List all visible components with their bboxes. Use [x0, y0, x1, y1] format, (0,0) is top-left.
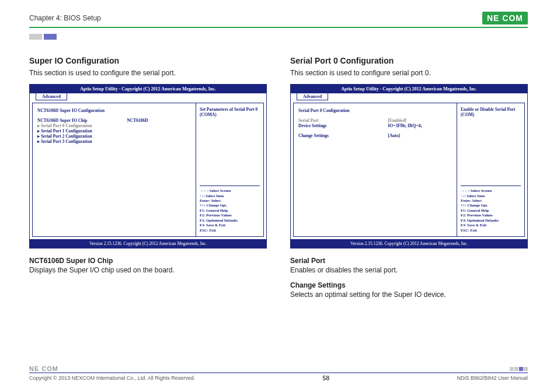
- section-desc: This section is used to configure the se…: [29, 69, 267, 77]
- bios-key-help: →←: Select Screen ↑↓: Select Item Enter:…: [461, 186, 521, 233]
- bios-tab-advanced: Advanced: [297, 93, 328, 100]
- bios-main-panel: Serial Port 0 Configuration Serial Port[…: [294, 103, 457, 236]
- bios-chip-value: NCT6106D: [127, 118, 191, 123]
- bios-chip-label: NCT6106D Super IO Chip: [37, 118, 127, 123]
- bios-menu-item: ▸ Serial Port 1 Configuration: [37, 128, 191, 134]
- page-header: Chapter 4: BIOS Setup NE COM: [29, 12, 528, 28]
- bios-menu-item: ▸ Serial Port 2 Configuration: [37, 134, 191, 139]
- subsection-text: Enables or disables the serial port.: [290, 266, 528, 274]
- bios-main-panel: NCT6106D Super IO Configuration NCT6106D…: [33, 103, 196, 236]
- subsection-text: Displays the Super I/O chip used on the …: [29, 266, 267, 274]
- bios-key-help: →←: Select Screen ↑↓: Select Item Enter:…: [200, 186, 260, 233]
- bios-help-text: Set Parameters of Serial Port 0 (COMA): [200, 107, 260, 117]
- subsection-heading: Serial Port: [290, 257, 528, 265]
- header-ornament: [29, 32, 528, 42]
- manual-name: NDiS B862/B842 User Manual: [457, 375, 528, 381]
- footer-ornament: [510, 367, 528, 371]
- page-footer: NE COM Copyright © 2013 NEXCOM Internati…: [29, 365, 528, 382]
- bios-heading: Serial Port 0 Configuration: [298, 108, 452, 113]
- footer-logo: NE COM: [29, 365, 58, 372]
- bios-menu-item: ▸ Serial Port 0 Configuration: [37, 123, 191, 128]
- bios-title: Aptio Setup Utility - Copyright (C) 2012…: [291, 85, 527, 93]
- subsection-text: Selects an optimal setting for the Super…: [290, 290, 528, 299]
- bios-footer: Version 2.15.1236. Copyright (C) 2012 Am…: [30, 239, 266, 248]
- bios-heading: NCT6106D Super IO Configuration: [37, 108, 191, 113]
- bios-help-text: Enable or Disable Serial Port (COM): [461, 107, 521, 117]
- copyright-text: Copyright © 2013 NEXCOM International Co…: [29, 375, 195, 381]
- bios-menu-item: ▸ Serial Port 3 Configuration: [37, 139, 191, 144]
- section-desc: This section is used to configure serial…: [290, 69, 528, 77]
- chapter-title: Chapter 4: BIOS Setup: [29, 14, 101, 22]
- bios-screenshot-right: Aptio Setup Utility - Copyright (C) 2012…: [290, 84, 528, 249]
- bios-screenshot-left: Aptio Setup Utility - Copyright (C) 2012…: [29, 84, 267, 249]
- page-number: 58: [322, 374, 329, 382]
- section-title: Super IO Configuration: [29, 56, 267, 65]
- subsection-heading: NCT6106D Super IO Chip: [29, 257, 267, 265]
- right-column: Serial Port 0 Configuration This section…: [290, 56, 528, 306]
- bios-title: Aptio Setup Utility - Copyright (C) 2012…: [30, 85, 266, 93]
- bios-footer: Version 2.15.1236. Copyright (C) 2012 Am…: [291, 239, 527, 248]
- section-title: Serial Port 0 Configuration: [290, 56, 528, 65]
- subsection-heading: Change Settings: [290, 281, 528, 289]
- nexcom-logo: NE COM: [482, 12, 528, 24]
- bios-tab-advanced: Advanced: [36, 93, 67, 100]
- left-column: Super IO Configuration This section is u…: [29, 56, 267, 306]
